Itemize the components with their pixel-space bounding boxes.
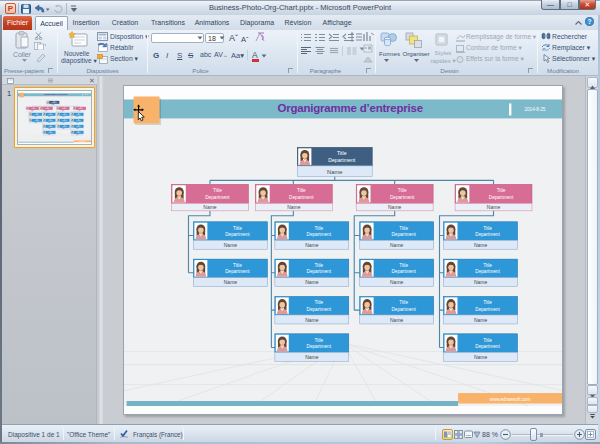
svg-text:?: ? [588,18,592,25]
